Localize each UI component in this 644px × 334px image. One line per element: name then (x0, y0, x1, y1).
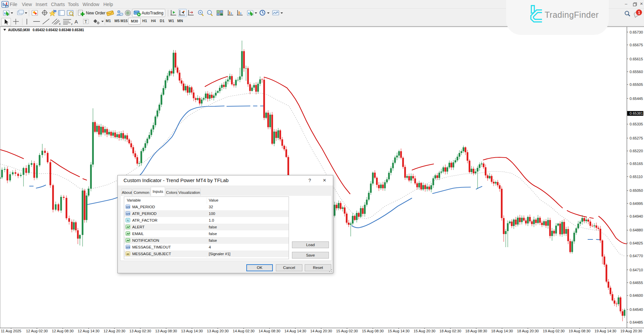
svg-text:18 Aug 20:30: 18 Aug 20:30 (517, 329, 539, 333)
svg-text:0.65050: 0.65050 (630, 188, 643, 192)
svg-text:0.65220: 0.65220 (630, 149, 643, 153)
svg-text:12 Aug 20:30: 12 Aug 20:30 (104, 329, 126, 333)
svg-text:19 Aug 14:30: 19 Aug 14:30 (595, 329, 616, 333)
svg-text:13 Aug 02:30: 13 Aug 02:30 (130, 329, 151, 333)
svg-text:New Order: New Order (86, 11, 105, 15)
svg-text:12 Aug 08:30: 12 Aug 08:30 (52, 329, 74, 333)
svg-text:AUDUSD,M30 0.65432 0.65432 0: AUDUSD,M30 0.65432 0.65432 0.65348 0.653… (8, 28, 84, 32)
svg-text:0.64940: 0.64940 (630, 214, 643, 218)
svg-text:18 Aug 08:30: 18 Aug 08:30 (465, 329, 487, 333)
svg-text:19 Aug 20:30: 19 Aug 20:30 (621, 329, 642, 333)
svg-text:15 Aug 14:30: 15 Aug 14:30 (388, 329, 410, 333)
svg-text:0.64880: 0.64880 (630, 228, 643, 232)
svg-text:15 Aug 02:30: 15 Aug 02:30 (336, 329, 358, 333)
svg-text:12 Aug 02:30: 12 Aug 02:30 (26, 329, 48, 333)
svg-text:15 Aug 08:30: 15 Aug 08:30 (362, 329, 384, 333)
svg-text:AutoTrading: AutoTrading (142, 11, 163, 15)
svg-text:13 Aug 14:30: 13 Aug 14:30 (181, 329, 203, 333)
svg-text:18 Aug 14:30: 18 Aug 14:30 (491, 329, 513, 333)
svg-text:15 Aug 20:30: 15 Aug 20:30 (414, 329, 436, 333)
svg-text:T: T (85, 19, 87, 24)
svg-text:0.65110: 0.65110 (630, 175, 643, 179)
svg-text:18 Aug 02:30: 18 Aug 02:30 (440, 329, 461, 333)
svg-text:0.64485: 0.64485 (630, 320, 643, 324)
svg-text:0.64600: 0.64600 (630, 293, 643, 297)
svg-text:1: 1 (638, 10, 640, 15)
svg-text:12 Aug 14:30: 12 Aug 14:30 (78, 329, 100, 333)
svg-text:11 Aug 2025: 11 Aug 2025 (1, 329, 21, 333)
svg-text:14 Aug 20:30: 14 Aug 20:30 (310, 329, 332, 333)
svg-text:0.65275: 0.65275 (630, 136, 643, 140)
svg-text:0.65335: 0.65335 (630, 122, 643, 126)
svg-text:+: + (199, 10, 201, 14)
svg-text:0.64540: 0.64540 (630, 308, 643, 312)
svg-text:19 Aug 08:30: 19 Aug 08:30 (569, 329, 591, 333)
svg-text:0.65675: 0.65675 (630, 43, 643, 47)
svg-text:A: A (75, 19, 78, 24)
svg-text:0.64770: 0.64770 (630, 254, 643, 258)
svg-text:19 Aug 02:30: 19 Aug 02:30 (543, 329, 565, 333)
svg-text:0.65165: 0.65165 (630, 162, 643, 166)
svg-text:-: - (208, 10, 210, 14)
svg-text:0.65505: 0.65505 (630, 82, 643, 87)
svg-text:0.65730: 0.65730 (630, 30, 643, 34)
svg-text:0.64995: 0.64995 (630, 202, 643, 206)
svg-text:0.65445: 0.65445 (630, 97, 643, 101)
svg-text:E: E (59, 22, 61, 25)
svg-text:0.65560: 0.65560 (630, 70, 643, 74)
svg-text:0.64710: 0.64710 (630, 268, 643, 272)
svg-text:13 Aug 08:30: 13 Aug 08:30 (155, 329, 177, 333)
svg-text:14 Aug 08:30: 14 Aug 08:30 (259, 329, 281, 333)
svg-text:0.64825: 0.64825 (630, 241, 643, 245)
svg-text:TradingFinder: TradingFinder (545, 10, 599, 19)
svg-text:14 Aug 14:30: 14 Aug 14:30 (285, 329, 306, 333)
svg-text:13 Aug 20:30: 13 Aug 20:30 (207, 329, 229, 333)
svg-text:0.65381: 0.65381 (630, 111, 643, 115)
svg-text:0.65615: 0.65615 (630, 57, 643, 61)
svg-text:14 Aug 02:30: 14 Aug 02:30 (233, 329, 255, 333)
svg-text:F: F (71, 23, 73, 26)
svg-text:0.64655: 0.64655 (630, 281, 643, 285)
